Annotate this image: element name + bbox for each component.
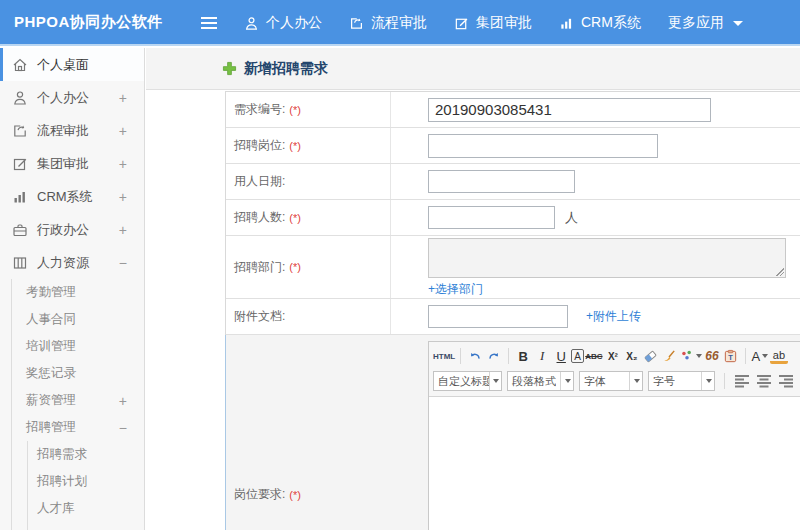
expand-toggle[interactable]: + xyxy=(119,222,127,238)
attachment-input[interactable] xyxy=(428,305,568,328)
app-window: PHPOA协同办公软件 个人办公 流程审批 xyxy=(0,0,800,530)
hr-module-icon xyxy=(12,255,28,271)
sidebar-item-label: 培训管理 xyxy=(26,338,76,355)
headcount-input[interactable] xyxy=(428,206,555,229)
form-row-demand-no: 需求编号: (*) xyxy=(226,92,800,128)
editor-content-area[interactable] xyxy=(429,397,800,530)
expand-toggle[interactable]: + xyxy=(119,90,127,106)
hire-date-input[interactable] xyxy=(428,170,575,193)
nav-more-apps[interactable]: 更多应用 xyxy=(668,14,743,32)
sidebar-item-recruit-demand[interactable]: 招聘需求 xyxy=(28,441,144,468)
nav-label: 个人办公 xyxy=(266,14,322,32)
nav-crm-system[interactable]: CRM系统 xyxy=(559,14,641,32)
char-border-button[interactable]: A xyxy=(571,349,584,363)
expand-toggle[interactable]: + xyxy=(119,156,127,172)
expand-toggle[interactable]: + xyxy=(119,393,127,409)
sidebar-item-recruit-mgmt[interactable]: 招聘管理 − xyxy=(12,414,144,441)
undo-button[interactable] xyxy=(466,347,484,365)
bar-chart-icon xyxy=(559,16,574,31)
paste-text-button[interactable]: T xyxy=(722,347,740,365)
sidebar-item-personal-desktop[interactable]: 个人桌面 xyxy=(0,48,144,81)
blockquote-button[interactable]: 66 xyxy=(703,347,721,365)
field-label: 招聘部门: xyxy=(234,259,285,276)
collapse-toggle[interactable]: − xyxy=(119,255,127,271)
user-icon xyxy=(244,16,259,31)
hr-submenu: 考勤管理 人事合同 培训管理 奖惩记录 薪资管理 + 招聘管理 − 招聘需求 xyxy=(11,279,144,530)
sidebar-item-workflow-approval[interactable]: 流程审批 + xyxy=(0,114,144,147)
select-value: 字体 xyxy=(580,374,606,389)
menu-toggle-button[interactable] xyxy=(200,0,218,46)
choose-dept-link[interactable]: +选择部门 xyxy=(428,281,483,298)
form-row-attachment: 附件文档: +附件上传 xyxy=(226,299,800,335)
user-icon xyxy=(12,90,28,106)
field-label: 招聘人数: xyxy=(234,209,285,226)
resize-handle[interactable] xyxy=(775,267,784,276)
nav-workflow-approval[interactable]: 流程审批 xyxy=(349,14,427,32)
align-left-button[interactable] xyxy=(734,372,751,390)
align-center-button[interactable] xyxy=(756,372,773,390)
expand-toggle[interactable]: + xyxy=(119,123,127,139)
nav-label: CRM系统 xyxy=(581,14,641,32)
sidebar-item-crm-system[interactable]: CRM系统 + xyxy=(0,180,144,213)
caret-down-icon xyxy=(762,354,768,358)
attachment-upload-link[interactable]: +附件上传 xyxy=(586,308,641,325)
nav-label: 流程审批 xyxy=(371,14,427,32)
caret-down-icon xyxy=(701,372,714,390)
sidebar-item-attendance-mgmt[interactable]: 考勤管理 xyxy=(12,279,144,306)
font-color-glyph: A xyxy=(752,349,761,364)
sidebar-item-training-mgmt[interactable]: 培训管理 xyxy=(12,333,144,360)
sidebar-item-hr-contract[interactable]: 人事合同 xyxy=(12,306,144,333)
top-navigation: 个人办公 流程审批 集团审批 CRM系统 更多应用 xyxy=(244,0,743,46)
font-size-select[interactable]: 字号 xyxy=(648,371,715,391)
sidebar-item-admin-office[interactable]: 行政办公 + xyxy=(0,213,144,246)
custom-title-select[interactable]: 自定义标题 xyxy=(433,371,502,391)
redo-button[interactable] xyxy=(485,347,503,365)
font-color-button[interactable]: A xyxy=(751,347,769,365)
sidebar-item-recruit-plan[interactable]: 招聘计划 xyxy=(28,468,144,495)
recruit-dept-textarea[interactable] xyxy=(428,238,786,278)
select-value: 段落格式 xyxy=(508,374,556,389)
superscript-button[interactable]: X² xyxy=(604,347,622,365)
nav-group-approval[interactable]: 集团审批 xyxy=(454,14,532,32)
align-right-button[interactable] xyxy=(778,372,795,390)
unit-suffix: 人 xyxy=(565,209,578,227)
font-family-select[interactable]: 字体 xyxy=(579,371,643,391)
recruit-demand-form: 需求编号: (*) 招聘岗位: (*) 用人日期: xyxy=(225,91,800,530)
subscript-button[interactable]: X₂ xyxy=(623,347,641,365)
italic-button[interactable]: I xyxy=(533,347,551,365)
field-label-cell: 岗位要求: (*) xyxy=(226,335,391,530)
bold-button[interactable]: B xyxy=(514,347,532,365)
highlight-color-button[interactable] xyxy=(680,347,702,365)
eraser-button[interactable] xyxy=(642,347,660,365)
bg-color-button[interactable]: ab xyxy=(770,349,788,364)
expand-toggle[interactable]: + xyxy=(119,189,127,205)
select-value: 字号 xyxy=(649,374,675,389)
job-position-input[interactable] xyxy=(428,134,658,158)
sidebar-item-label: 行政办公 xyxy=(37,221,89,239)
underline-button[interactable]: U xyxy=(552,347,570,365)
sidebar-item-reward-record[interactable]: 奖惩记录 xyxy=(12,360,144,387)
process-icon xyxy=(349,16,364,31)
sidebar-item-talent-pool[interactable]: 人才库 xyxy=(28,495,144,522)
sidebar-item-human-resources[interactable]: 人力资源 − xyxy=(0,246,144,279)
toolbar-separator xyxy=(508,348,509,364)
field-label-cell: 需求编号: (*) xyxy=(226,92,391,127)
format-painter-button[interactable] xyxy=(661,347,679,365)
strikethrough-button[interactable]: ABC xyxy=(585,347,603,365)
hamburger-icon xyxy=(200,16,218,30)
field-value-cell: +选择部门 xyxy=(391,236,800,298)
paragraph-format-select[interactable]: 段落格式 xyxy=(507,371,574,391)
app-logo: PHPOA协同办公软件 xyxy=(14,13,163,32)
sidebar-item-group-approval[interactable]: 集团审批 + xyxy=(0,147,144,180)
collapse-toggle[interactable]: − xyxy=(119,420,127,436)
sidebar-item-personal-office[interactable]: 个人办公 + xyxy=(0,81,144,114)
toolbar-separator xyxy=(745,348,746,364)
demand-no-input[interactable] xyxy=(428,98,711,122)
html-source-button[interactable]: HTML xyxy=(433,347,455,365)
nav-personal-office[interactable]: 个人办公 xyxy=(244,14,322,32)
caret-down-icon xyxy=(489,372,501,390)
sidebar-item-label: 薪资管理 xyxy=(26,392,76,409)
bar-chart-icon xyxy=(12,189,28,205)
sidebar-item-salary-mgmt[interactable]: 薪资管理 + xyxy=(12,387,144,414)
required-marker: (*) xyxy=(289,140,301,152)
